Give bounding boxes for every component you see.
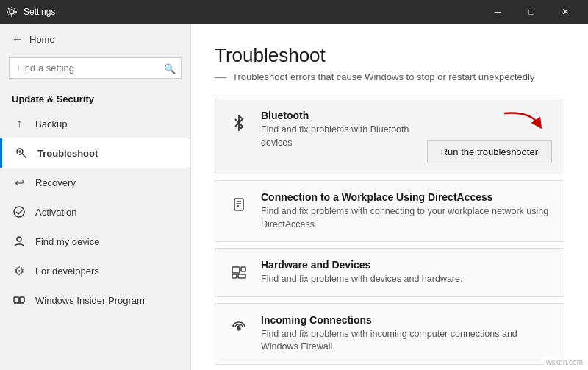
svg-point-2 xyxy=(14,207,24,217)
svg-point-15 xyxy=(237,327,240,330)
troubleshoot-item-incoming: Incoming Connections Find and fix proble… xyxy=(215,303,564,365)
sidebar-item-for-developers[interactable]: ⚙ For developers xyxy=(0,256,190,285)
bluetooth-icon xyxy=(227,111,251,135)
svg-point-0 xyxy=(10,10,14,14)
sidebar-item-backup-label: Backup xyxy=(35,118,67,129)
sidebar-item-troubleshoot-label: Troubleshoot xyxy=(37,148,98,159)
incoming-item-text: Incoming Connections Find and fix proble… xyxy=(261,314,552,354)
titlebar-controls: ─ □ ✕ xyxy=(481,0,582,24)
sidebar-section-title: Update & Security xyxy=(0,88,190,109)
sidebar-item-windows-insider-label: Windows Insider Program xyxy=(35,295,145,306)
minimize-button[interactable]: ─ xyxy=(481,0,514,24)
for-developers-icon: ⚙ xyxy=(12,263,26,278)
sidebar-item-backup[interactable]: ↑ Backup xyxy=(0,109,190,138)
find-my-device-icon xyxy=(12,234,26,249)
directaccess-icon xyxy=(227,193,251,216)
sidebar-item-for-developers-label: For developers xyxy=(35,266,99,277)
back-icon: ← xyxy=(12,32,24,46)
hardware-devices-icon xyxy=(227,260,251,284)
search-input[interactable] xyxy=(9,57,182,79)
directaccess-item-desc: Find and fix problems with connecting to… xyxy=(261,205,552,231)
sidebar-item-recovery-label: Recovery xyxy=(35,177,76,188)
svg-rect-12 xyxy=(241,267,245,271)
sidebar-item-troubleshoot[interactable]: Troubleshoot xyxy=(0,138,190,168)
app-body: ← Home 🔍 Update & Security ↑ Backup Trou… xyxy=(0,24,588,370)
svg-point-3 xyxy=(17,237,21,241)
subtitle-dash: — xyxy=(215,71,226,84)
hardware-item-text: Hardware and Devices Find and fix proble… xyxy=(261,259,552,286)
titlebar-left: Settings xyxy=(6,6,55,18)
settings-app-icon xyxy=(6,6,18,18)
sidebar-item-activation[interactable]: Activation xyxy=(0,197,190,227)
bluetooth-item-text: Bluetooth Find and fix problems with Blu… xyxy=(261,110,411,149)
incoming-item-desc: Find and fix problems with incoming comp… xyxy=(261,328,552,354)
recovery-icon: ↩ xyxy=(12,175,26,190)
svg-rect-4 xyxy=(14,297,19,302)
svg-rect-11 xyxy=(232,267,240,273)
sidebar: ← Home 🔍 Update & Security ↑ Backup Trou… xyxy=(0,24,191,370)
bluetooth-item-title: Bluetooth xyxy=(261,110,411,121)
run-troubleshooter-button[interactable]: Run the troubleshooter xyxy=(427,140,552,163)
sidebar-item-recovery[interactable]: ↩ Recovery xyxy=(0,168,190,197)
titlebar: Settings ─ □ ✕ xyxy=(0,0,588,24)
close-button[interactable]: ✕ xyxy=(548,0,582,24)
sidebar-search-container: 🔍 xyxy=(9,57,182,79)
backup-icon: ↑ xyxy=(12,116,26,131)
troubleshoot-item-hardware: Hardware and Devices Find and fix proble… xyxy=(215,248,564,297)
hardware-item-desc: Find and fix problems with devices and h… xyxy=(261,273,552,286)
windows-insider-icon xyxy=(12,293,26,307)
activation-icon xyxy=(12,204,26,219)
svg-rect-5 xyxy=(20,297,24,302)
home-label: Home xyxy=(29,34,55,45)
sidebar-item-activation-label: Activation xyxy=(35,207,76,218)
troubleshoot-item-bluetooth: Bluetooth Find and fix problems with Blu… xyxy=(215,99,564,174)
directaccess-item-title: Connection to a Workplace Using DirectAc… xyxy=(261,191,552,203)
svg-rect-7 xyxy=(234,199,243,210)
bluetooth-item-desc: Find and fix problems with Bluetooth dev… xyxy=(261,124,411,149)
titlebar-title: Settings xyxy=(24,7,55,17)
incoming-connections-icon xyxy=(227,316,251,339)
sidebar-item-windows-insider[interactable]: Windows Insider Program xyxy=(0,285,190,315)
page-subtitle: — Troubleshoot errors that cause Windows… xyxy=(215,71,564,84)
subtitle-text: Troubleshoot errors that cause Windows t… xyxy=(232,71,534,82)
sidebar-item-find-my-device-label: Find my device xyxy=(35,236,99,247)
sidebar-back-button[interactable]: ← Home xyxy=(0,24,190,54)
directaccess-item-text: Connection to a Workplace Using DirectAc… xyxy=(261,191,552,231)
troubleshoot-item-directaccess: Connection to a Workplace Using DirectAc… xyxy=(215,180,564,242)
watermark: wsxdn.com xyxy=(544,357,585,367)
main-panel: Troubleshoot — Troubleshoot errors that … xyxy=(191,24,588,370)
maximize-button[interactable]: □ xyxy=(514,0,548,24)
search-icon: 🔍 xyxy=(164,63,176,74)
sidebar-item-find-my-device[interactable]: Find my device xyxy=(0,227,190,256)
troubleshoot-icon xyxy=(14,146,29,160)
incoming-item-title: Incoming Connections xyxy=(261,314,552,326)
page-title: Troubleshoot xyxy=(215,44,564,67)
svg-rect-13 xyxy=(232,274,237,278)
svg-rect-14 xyxy=(238,274,245,278)
red-arrow-annotation xyxy=(501,110,545,132)
hardware-item-title: Hardware and Devices xyxy=(261,259,552,271)
